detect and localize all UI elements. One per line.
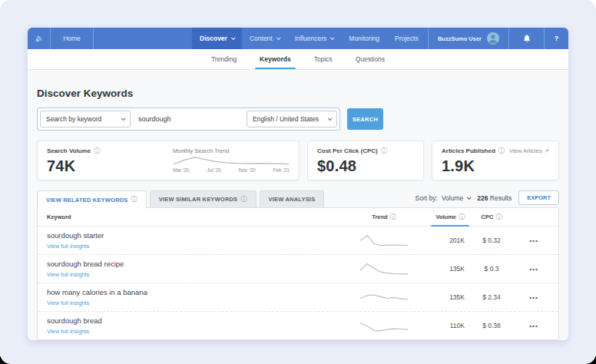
stats-row: Search Volume ⓘ 74K Monthly Search Trend… — [37, 141, 559, 180]
volume-value: 135K — [449, 265, 465, 273]
view-insights-link[interactable]: View full insights — [47, 271, 349, 278]
nav-item-label: Projects — [395, 35, 419, 42]
keyword-search-bar: Search by keyword English / United State… — [37, 108, 559, 131]
tab-label: Keywords — [260, 55, 291, 63]
keyword-search-input[interactable] — [138, 115, 247, 123]
search-volume-block: Search Volume ⓘ 74K — [47, 147, 100, 174]
header-keyword: Keyword — [47, 213, 349, 220]
header-trend-label: Trend — [372, 213, 387, 220]
view-insights-link[interactable]: View full insights — [47, 243, 349, 250]
export-button[interactable]: EXPORT — [518, 190, 559, 205]
results-label: Results — [490, 194, 512, 202]
keywords-table: Keyword Trend ⓘ Volume ⓘ CPC ⓘ — [37, 207, 559, 340]
results-toolbar: Sort by: Volume 226 Results EXPORT — [416, 190, 559, 207]
search-type-select[interactable]: Search by keyword — [40, 111, 131, 127]
cpc-value: $ 0.32 — [482, 237, 501, 244]
tab-label: Trending — [211, 55, 237, 63]
keyword-text: how many calories in a banana — [47, 288, 349, 296]
table-row: sourdough bread recipe View full insight… — [38, 254, 558, 283]
buzzsumo-logo-glyph — [35, 33, 42, 45]
tab-topics[interactable]: Topics — [313, 49, 334, 69]
row-menu-button[interactable]: ••• — [529, 323, 538, 329]
header-trend[interactable]: Trend ⓘ — [349, 213, 419, 220]
nav-item-monitoring[interactable]: Monitoring — [341, 28, 387, 49]
search-volume-value: 74K — [47, 157, 100, 175]
tab-similar-keywords[interactable]: VIEW SIMILAR KEYWORDS ⓘ — [150, 190, 257, 207]
cpc-value: $0.48 — [317, 157, 414, 175]
main-content: Discover Keywords Search by keyword Engl… — [28, 88, 568, 340]
nav-item-influencers[interactable]: Influencers — [287, 28, 342, 49]
monthly-trend-label: Monthly Search Trend — [173, 147, 290, 154]
tab-label: VIEW RELATED KEYWORDS — [46, 197, 128, 204]
sort-by-value: Volume — [442, 194, 463, 202]
nav-item-content[interactable]: Content — [242, 28, 287, 49]
info-icon[interactable]: ⓘ — [381, 148, 387, 154]
tab-trending[interactable]: Trending — [210, 49, 238, 69]
top-nav: Home Discover Content Influencers Monito… — [28, 28, 568, 49]
nav-item-discover[interactable]: Discover — [192, 28, 242, 49]
info-icon[interactable]: ⓘ — [498, 148, 505, 154]
nav-item-label: Home — [63, 35, 81, 42]
row-menu-button[interactable]: ••• — [529, 237, 538, 244]
results-count: 226 Results — [477, 194, 512, 202]
locale-value: English / United States — [253, 115, 319, 123]
chevron-down-icon — [231, 35, 236, 40]
header-volume-label: Volume — [435, 213, 456, 220]
user-name: BuzzSumo User — [438, 35, 482, 42]
search-button[interactable]: SEARCH — [347, 108, 383, 130]
chevron-down-icon — [467, 195, 472, 200]
info-icon: ⓘ — [390, 214, 396, 220]
info-icon[interactable]: ⓘ — [94, 148, 100, 154]
view-tabs-row: VIEW RELATED KEYWORDS ⓘ VIEW SIMILAR KEY… — [37, 190, 559, 207]
keyword-text: sourdough bread — [47, 316, 349, 325]
row-menu-button[interactable]: ••• — [529, 266, 538, 273]
volume-value: 110K — [450, 322, 465, 329]
view-insights-link[interactable]: View full insights — [47, 299, 349, 306]
monthly-trend-block: Monthly Search Trend Mar '20 Jul '20 Nov… — [173, 147, 290, 174]
sort-by-label: Sort by: — [416, 194, 438, 202]
view-insights-link[interactable]: View full insights — [47, 328, 349, 335]
row-menu-button[interactable]: ••• — [529, 294, 538, 301]
nav-item-home[interactable]: Home — [51, 28, 94, 49]
keyword-text: sourdough bread recipe — [47, 260, 349, 268]
info-icon: ⓘ — [459, 214, 465, 220]
sort-by-dropdown[interactable]: Sort by: Volume — [416, 194, 471, 202]
monthly-trend-ticks: Mar '20 Jul '20 Nov '20 Feb '21 — [173, 167, 290, 173]
user-menu[interactable]: BuzzSumo User — [428, 28, 508, 49]
cpc-card: Cost Per Click (CPC) ⓘ $0.48 — [307, 141, 424, 180]
discover-subtabs: Trending Keywords Topics Questions — [28, 49, 568, 70]
screen-background: Home Discover Content Influencers Monito… — [0, 0, 596, 364]
table-row: sourdough starter View full insights 201… — [38, 227, 558, 254]
articles-card: Articles Published ⓘ View Articles ↗ 1.9… — [432, 141, 559, 180]
table-header: Keyword Trend ⓘ Volume ⓘ CPC ⓘ — [38, 208, 558, 227]
page-title: Discover Keywords — [37, 88, 559, 99]
nav-item-label: Content — [250, 35, 273, 42]
buzzsumo-logo-icon[interactable] — [28, 28, 51, 49]
header-volume[interactable]: Volume ⓘ — [419, 213, 465, 220]
person-icon — [487, 32, 499, 45]
info-icon: ⓘ — [495, 214, 502, 220]
cpc-label: Cost Per Click (CPC) — [317, 147, 378, 154]
trend-sparkline — [359, 319, 409, 333]
chevron-down-icon — [330, 35, 335, 40]
results-number: 226 — [477, 194, 488, 202]
tab-questions[interactable]: Questions — [354, 49, 386, 69]
notifications-button[interactable] — [508, 28, 544, 49]
nav-item-projects[interactable]: Projects — [387, 28, 426, 49]
monthly-trend-sparkline — [173, 154, 290, 167]
tab-analysis[interactable]: VIEW ANALYSIS — [260, 190, 325, 207]
cpc-value: $ 0.3 — [485, 265, 499, 273]
trend-sparkline — [359, 290, 409, 304]
view-articles-link[interactable]: View Articles ↗ — [509, 147, 549, 154]
tab-keywords[interactable]: Keywords — [258, 49, 293, 69]
search-volume-card: Search Volume ⓘ 74K Monthly Search Trend… — [37, 141, 300, 180]
nav-item-label: Monitoring — [349, 35, 379, 42]
info-icon: ⓘ — [131, 197, 137, 203]
locale-select[interactable]: English / United States — [247, 111, 337, 127]
tab-label: VIEW SIMILAR KEYWORDS — [159, 196, 238, 203]
help-button[interactable]: ? — [544, 28, 568, 49]
buzzsumo-app-window: Home Discover Content Influencers Monito… — [28, 28, 568, 340]
header-cpc[interactable]: CPC ⓘ — [465, 213, 518, 220]
tab-related-keywords[interactable]: VIEW RELATED KEYWORDS ⓘ — [37, 190, 147, 208]
nav-right-group: BuzzSumo User ? — [428, 28, 568, 49]
